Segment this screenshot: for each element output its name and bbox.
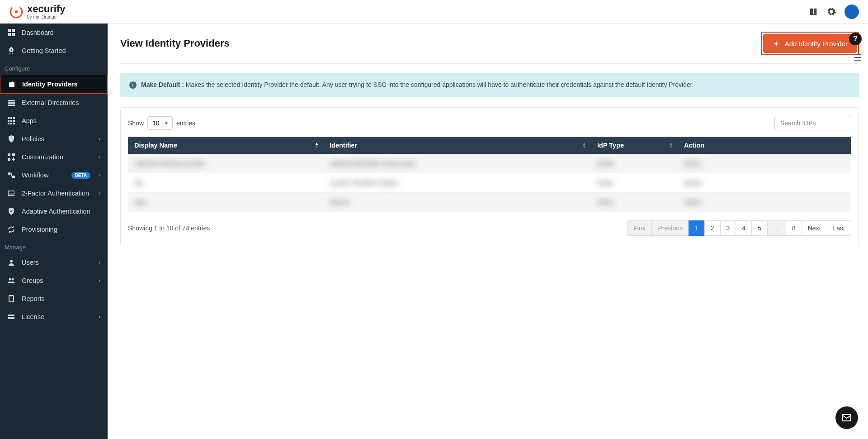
sidebar-item-adaptive-auth[interactable]: Adaptive Authentication xyxy=(0,202,108,220)
page-next[interactable]: Next xyxy=(802,220,827,236)
header-actions xyxy=(808,5,859,19)
side-menu-toggle[interactable]: ☰ xyxy=(854,52,862,63)
sidebar-item-customization[interactable]: Customization › xyxy=(0,148,108,166)
chevron-right-icon: › xyxy=(99,154,100,160)
page-last[interactable]: Last xyxy=(827,220,851,236)
banner-body: Makes the selected Identity Provider the… xyxy=(186,81,694,88)
sidebar: Dashboard Getting Started Configure Iden… xyxy=(0,24,108,439)
brand-name: xecurify xyxy=(27,4,65,14)
sidebar-item-external-directories[interactable]: External Directories xyxy=(0,94,108,112)
sidebar-item-label: Workflow xyxy=(22,172,65,179)
sidebar-item-dashboard[interactable]: Dashboard xyxy=(0,24,108,42)
chevron-right-icon: › xyxy=(99,314,100,320)
gear-icon[interactable] xyxy=(826,7,836,17)
list-icon xyxy=(7,99,15,107)
sidebar-item-identity-providers[interactable]: Identity Providers xyxy=(0,75,108,94)
clipboard-icon xyxy=(7,295,15,303)
col-idp-type[interactable]: IdP Type ▲▼ xyxy=(591,137,678,154)
svg-rect-6 xyxy=(8,100,15,101)
info-icon: i xyxy=(129,81,137,89)
page-3[interactable]: 3 xyxy=(720,220,736,236)
sidebar-item-label: Customization xyxy=(22,153,92,161)
sidebar-item-getting-started[interactable]: Getting Started xyxy=(0,42,108,60)
sort-icon: ▲▼ xyxy=(315,142,319,148)
help-button[interactable]: ? xyxy=(849,33,862,45)
page-5[interactable]: 5 xyxy=(751,220,768,236)
sidebar-item-workflow[interactable]: Workflow BETA › xyxy=(0,166,108,184)
sidebar-item-groups[interactable]: Groups › xyxy=(0,272,108,290)
svg-rect-21 xyxy=(8,172,10,175)
cell-action[interactable]: Select xyxy=(678,192,851,212)
add-button-label: Add Identity Provider xyxy=(785,40,848,48)
svg-rect-17 xyxy=(13,123,15,124)
svg-rect-22 xyxy=(12,176,15,178)
table-row: idp another-identifier-hidden SAML Selec… xyxy=(128,173,851,192)
shield-check-icon xyxy=(7,207,15,215)
rocket-icon xyxy=(7,47,15,55)
cell-name: redacted identity provider xyxy=(128,154,323,173)
page-8[interactable]: 8 xyxy=(786,220,802,236)
chevron-right-icon: › xyxy=(99,172,100,178)
chat-button[interactable] xyxy=(835,406,858,429)
section-manage: Manage xyxy=(0,239,108,253)
svg-rect-3 xyxy=(12,29,15,32)
add-identity-provider-button[interactable]: ＋ Add Identity Provider xyxy=(763,34,857,53)
svg-rect-15 xyxy=(8,123,9,124)
page-first[interactable]: First xyxy=(627,220,652,236)
cell-name: idp xyxy=(128,173,323,192)
svg-point-27 xyxy=(12,278,14,281)
svg-rect-10 xyxy=(10,117,12,119)
table-footer: Showing 1 to 10 of 74 entries First Prev… xyxy=(128,220,851,236)
entries-select[interactable]: 10 xyxy=(147,116,173,130)
header: xecurify by miniOrange xyxy=(0,0,868,24)
sidebar-item-label: Groups xyxy=(22,277,92,284)
sidebar-item-users[interactable]: Users › xyxy=(0,253,108,272)
cell-action[interactable]: Select xyxy=(678,173,851,192)
avatar[interactable] xyxy=(844,5,859,19)
sidebar-item-license[interactable]: License › xyxy=(0,308,108,326)
logo[interactable]: xecurify by miniOrange xyxy=(9,4,65,19)
sidebar-item-label: Adaptive Authentication xyxy=(22,208,100,215)
sort-icon: ▲▼ xyxy=(582,142,586,148)
svg-rect-11 xyxy=(13,117,15,119)
grid-icon xyxy=(7,117,15,125)
page-2[interactable]: 2 xyxy=(704,220,721,236)
cell-identifier: redacted-identifier-string-value xyxy=(323,154,591,173)
banner-text: Make Default : Makes the selected Identi… xyxy=(141,80,694,90)
page-header: View Identity Providers ＋ Add Identity P… xyxy=(120,32,859,64)
table-row: okta okta-id SAML Select xyxy=(128,192,851,212)
svg-rect-7 xyxy=(8,102,15,104)
svg-point-25 xyxy=(10,260,13,262)
sidebar-item-label: Getting Started xyxy=(22,47,100,54)
sidebar-item-label: License xyxy=(22,313,92,320)
sidebar-item-apps[interactable]: Apps xyxy=(0,112,108,130)
sync-icon xyxy=(7,225,15,234)
page-4[interactable]: 4 xyxy=(736,220,752,236)
sidebar-item-reports[interactable]: Reports xyxy=(0,290,108,308)
sidebar-item-provisioning[interactable]: Provisioning xyxy=(0,220,108,239)
table-controls: Show 10 entries xyxy=(128,116,851,130)
book-icon[interactable] xyxy=(808,7,818,17)
page-1[interactable]: 1 xyxy=(689,220,705,236)
page-previous[interactable]: Previous xyxy=(651,220,689,236)
cell-type: SAML xyxy=(591,154,678,173)
svg-point-1 xyxy=(15,10,18,13)
sidebar-item-2fa[interactable]: 123 2-Factor Authentication › xyxy=(0,184,108,202)
info-banner: i Make Default : Makes the selected Iden… xyxy=(120,73,859,97)
sidebar-item-policies[interactable]: Policies › xyxy=(0,130,108,148)
search-input[interactable] xyxy=(774,116,851,130)
sidebar-item-label: Identity Providers xyxy=(22,81,100,88)
chevron-right-icon: › xyxy=(99,277,100,284)
cell-type: SAML xyxy=(591,173,678,192)
col-display-name[interactable]: Display Name ▲▼ xyxy=(128,137,323,154)
svg-rect-12 xyxy=(8,120,9,122)
col-identifier[interactable]: Identifier ▲▼ xyxy=(323,137,591,154)
logo-icon xyxy=(9,5,24,19)
shield-icon xyxy=(7,135,15,143)
cell-action[interactable]: Select xyxy=(678,154,851,173)
svg-rect-2 xyxy=(8,29,11,32)
add-button-highlight: ＋ Add Identity Provider xyxy=(761,32,859,55)
svg-rect-20 xyxy=(8,158,10,161)
table-row: redacted identity provider redacted-iden… xyxy=(128,154,851,173)
col-action: Action xyxy=(678,137,851,154)
